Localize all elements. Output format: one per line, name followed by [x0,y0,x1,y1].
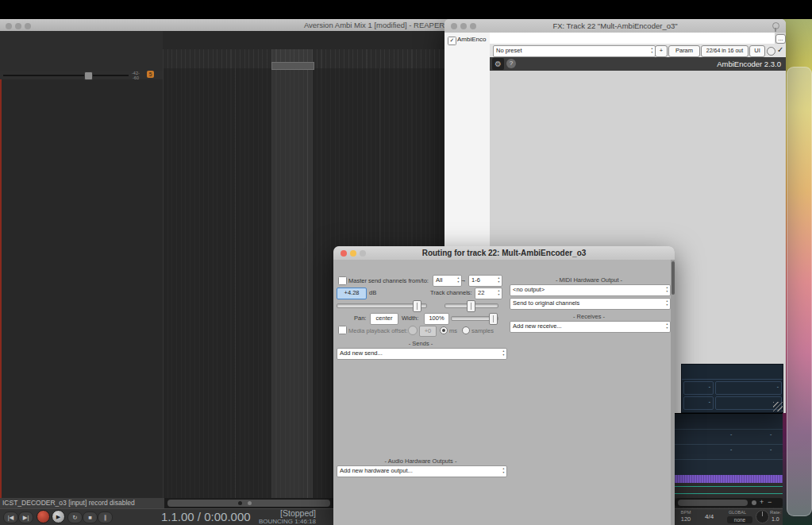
panel-cell[interactable]: - [715,381,782,395]
routing-window: Routing for track 22: Mult-AmbiEncoder_o… [333,246,675,525]
width-label: Width: [402,315,418,322]
panel-cell[interactable]: - [715,396,782,410]
ui-button[interactable]: UI [749,45,765,57]
panel-value: - [709,384,710,389]
hw-outputs-header: - Audio Hardware Outputs - [337,457,505,465]
width-field[interactable]: 100% [424,313,449,325]
hscrollbar-right[interactable]: + − [675,498,783,508]
record-button[interactable] [37,510,50,523]
minimize-icon[interactable] [460,23,467,29]
go-end-button[interactable]: ▶| [18,511,33,523]
ambiencoder-second-plot[interactable] [675,263,783,366]
routing-scrollbar[interactable] [671,260,675,525]
mixer-value: - [730,446,732,452]
zoom-in-button[interactable]: + [760,498,764,506]
fx-enable-checkbox[interactable]: ✓ [448,37,456,45]
time-selection[interactable] [271,49,313,508]
track-gain-field[interactable]: +4.28 [337,288,367,299]
time-signature[interactable]: 4/4 [705,513,714,520]
status-bar: ICST_DECODER_o3 [input] record disabled [0,498,167,508]
plugin-dark-panel: - - - - [681,364,783,413]
pin-icon[interactable] [772,22,779,29]
master-to-combo[interactable]: 1-6 [468,275,502,287]
zoom-icon[interactable] [470,23,476,29]
minimize-icon[interactable] [350,250,356,257]
master-playrate-handle[interactable] [84,71,93,80]
hscrollbar-left[interactable] [164,498,333,508]
scroll-dot-button[interactable] [752,500,756,505]
global-automation-label: GLOBAL [729,510,746,515]
fx-comment-field[interactable] [490,33,775,44]
play-button[interactable]: ▶ [52,510,65,523]
preset-combo[interactable]: No preset [493,45,656,57]
fx-titlebar[interactable]: FX: Track 22 "Mult-AmbiEncoder_o3" [444,19,786,33]
zoom-icon[interactable] [25,23,31,29]
master-from-combo[interactable]: All [433,275,462,287]
add-receive-combo[interactable]: Add new receive... [510,321,671,333]
offset-samples-label: samples [471,327,494,334]
rate-label: Rate: [770,510,781,515]
offset-checkbox[interactable] [338,326,347,334]
close-icon[interactable] [451,23,457,29]
pan-field[interactable]: center [370,313,398,325]
fx-more-button[interactable]: ... [775,34,786,44]
dock [787,67,812,516]
fx-window-title: FX: Track 22 "Mult-AmbiEncoder_o3" [444,19,786,33]
track-pan-handle[interactable] [467,300,475,312]
routing-window-title: Routing for track 22: Mult-AmbiEncoder_o… [333,246,675,260]
panel-cell[interactable]: - [683,396,714,410]
arrange-item-purple[interactable] [675,475,783,483]
close-icon[interactable] [6,23,12,29]
ambiencoder-xy-plot[interactable] [491,68,768,273]
mixer-panel: - - - - [675,413,783,476]
offset-label: Media playback offset: [348,327,408,334]
hscrollbar-thumb[interactable] [678,500,748,506]
tcp-header-strip: -42- -60 5 [0,71,163,79]
playrate-knob[interactable] [756,510,769,523]
transport-state: [Stopped] [235,509,316,518]
fx-count-badge[interactable]: 5 [147,71,154,78]
track-width-handle[interactable] [489,313,498,325]
offset-ms-radio[interactable] [440,326,448,334]
help-icon[interactable]: ? [506,59,516,68]
pause-button[interactable]: ∥ [98,511,113,523]
repeat-button[interactable]: ↻ [67,511,83,523]
midi-output-combo[interactable]: <no output> [510,284,671,296]
param-button[interactable]: Param [668,45,700,57]
track-volume-handle[interactable] [413,300,421,312]
master-send-label: Master send channels from/to: [348,277,429,284]
minimize-icon[interactable] [15,23,21,29]
zoom-out-button[interactable]: − [768,498,772,506]
zoom-icon[interactable] [360,250,366,257]
go-start-button[interactable]: |◀ [3,511,18,523]
offset-samples-radio[interactable] [462,326,470,334]
stop-button[interactable]: ■ [83,511,98,523]
pan-label: Pan: [354,315,366,322]
bpm-value[interactable]: 120 [676,515,695,523]
add-hw-output-combo[interactable]: Add new hardware output... [337,465,507,477]
offset-knob[interactable] [408,326,418,335]
track-channels-combo[interactable]: 22 [475,288,502,299]
panel-cell[interactable]: - [683,381,714,395]
fx-enabled-check-icon[interactable]: ✓ [777,45,783,54]
plugin-title: AmbiEncoder 2.3.0 [717,60,781,68]
fx-chain-item[interactable]: AmbiEnco [457,36,489,43]
global-automation-value[interactable]: none [727,516,752,523]
wet-dry-knob[interactable] [767,47,775,56]
midi-channel-combo[interactable]: Send to original channels [510,298,671,310]
tcp-edge-strip [0,79,2,499]
bpm-label: BPM [676,510,695,515]
add-send-combo[interactable]: Add new send... [337,348,507,360]
preset-save-button[interactable]: + [655,45,668,57]
receives-header: - Receives - [510,313,668,320]
master-playrate-slider[interactable] [3,75,129,76]
offset-field[interactable]: +0 [419,326,437,337]
routing-titlebar[interactable]: Routing for track 22: Mult-AmbiEncoder_o… [333,246,675,260]
routing-scrollbar-thumb[interactable] [672,261,675,295]
loop-selection-bar[interactable] [271,62,314,70]
resize-grip[interactable] [773,402,783,411]
master-send-checkbox[interactable] [338,276,347,285]
close-icon[interactable] [341,250,347,257]
db-label: dB [369,289,376,296]
io-button[interactable]: 22/64 in 16 out [701,45,749,57]
